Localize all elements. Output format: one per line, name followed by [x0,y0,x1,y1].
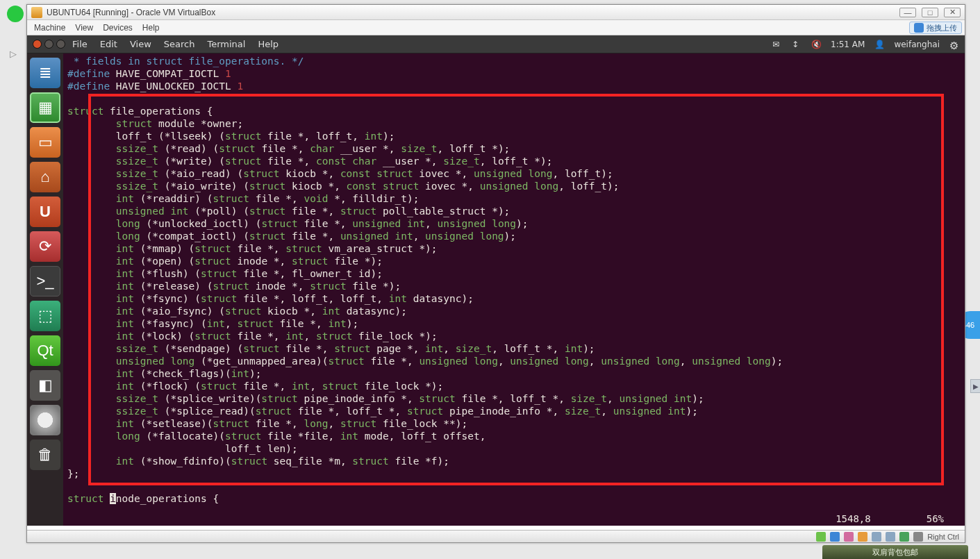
host-collapse-icon[interactable]: ▷ [10,49,17,59]
launcher-panels[interactable]: ◧ [30,370,60,401]
launcher-impress[interactable]: ▭ [30,127,60,158]
menu-search[interactable]: Search [164,39,195,49]
sb-network-icon[interactable] [899,532,909,542]
launcher-disks[interactable]: ⬚ [30,301,60,331]
hostkey-label: Right Ctrl [927,533,959,541]
sb-display-icon[interactable] [872,532,881,542]
guest-window-maximize-button[interactable] [56,40,65,49]
vbox-app-icon [31,7,42,18]
launcher-cdrom[interactable] [30,405,60,435]
vbox-menu-devices[interactable]: Devices [103,23,133,33]
guest-window-minimize-button[interactable] [44,40,53,49]
vbox-menu-help[interactable]: Help [142,23,160,33]
launcher-devhelp[interactable]: ⌂ [30,162,60,192]
right-panel-handle[interactable]: ▶ [970,379,980,393]
vbox-menubar: Machine View Devices Help 拖拽上传 [27,20,965,35]
menu-view[interactable]: View [130,39,151,49]
vbox-titlebar[interactable]: UBUNTU64 [Running] - Oracle VM VirtualBo… [27,5,965,20]
ubuntu-topbar: File Edit View Search Terminal Help ✉ ↕ … [27,35,965,53]
launcher-one[interactable]: U [30,197,60,227]
sound-icon[interactable]: 🔇 [811,40,821,49]
vbox-title: UBUNTU64 [Running] - Oracle VM VirtualBo… [47,8,899,17]
vim-statusbar: 1548,8 56% [63,512,965,526]
menu-edit[interactable]: Edit [100,39,117,49]
window-close-button[interactable]: ✕ [944,8,961,17]
guest-window-close-button[interactable] [33,40,42,49]
vim-percent: 56% [927,512,944,525]
launcher-update[interactable]: ⟳ [30,231,60,262]
ad-strip[interactable]: 双肩背包包邮 [822,545,968,559]
menu-file[interactable]: File [72,39,88,49]
vbox-menu-machine[interactable]: Machine [34,23,65,33]
launcher-qt[interactable]: Qt [30,335,60,366]
sb-optical-icon[interactable] [830,532,840,542]
vim-position: 1548,8 [836,512,871,525]
user-icon: 👤 [874,40,884,49]
sb-mouse-icon[interactable] [913,532,923,542]
gear-icon[interactable]: ⚙ [949,40,959,49]
vbox-menu-view[interactable]: View [75,23,93,33]
vbox-statusbar: Right Ctrl [27,530,965,542]
user-name[interactable]: weifanghai [894,40,940,49]
network-icon[interactable]: ↕ [792,40,802,49]
virtualbox-window: UBUNTU64 [Running] - Oracle VM VirtualBo… [26,4,965,543]
menu-help[interactable]: Help [258,39,279,49]
sb-usb-icon[interactable] [844,532,854,542]
upload-badge[interactable]: 拖拽上传 [909,22,962,34]
guest-display: File Edit View Search Terminal Help ✉ ↕ … [27,35,965,526]
sb-hdd-icon[interactable] [816,532,826,542]
launcher-calc[interactable]: ▦ [30,92,60,123]
clock[interactable]: 1:51 AM [831,40,865,49]
host-os-indicator-icon [7,6,24,22]
upload-label: 拖拽上传 [927,23,957,33]
window-maximize-button[interactable]: □ [922,8,938,17]
sb-capture-icon[interactable] [886,532,895,542]
mail-icon[interactable]: ✉ [772,40,782,49]
launcher-writer[interactable]: ≣ [30,58,60,88]
code-viewport[interactable]: * fields in struct file_operations. */#d… [65,53,963,512]
terminal-area[interactable]: * fields in struct file_operations. */#d… [63,53,965,526]
launcher-trash[interactable]: 🗑 [30,440,60,470]
menu-terminal[interactable]: Terminal [207,39,245,49]
launcher-terminal[interactable]: >_ [30,266,60,297]
upload-icon [914,23,924,33]
sb-shared-icon[interactable] [858,532,867,542]
window-minimize-button[interactable]: — [899,8,916,17]
unity-launcher: ≣▦▭⌂U⟳>_⬚Qt◧🗑 [27,53,63,526]
